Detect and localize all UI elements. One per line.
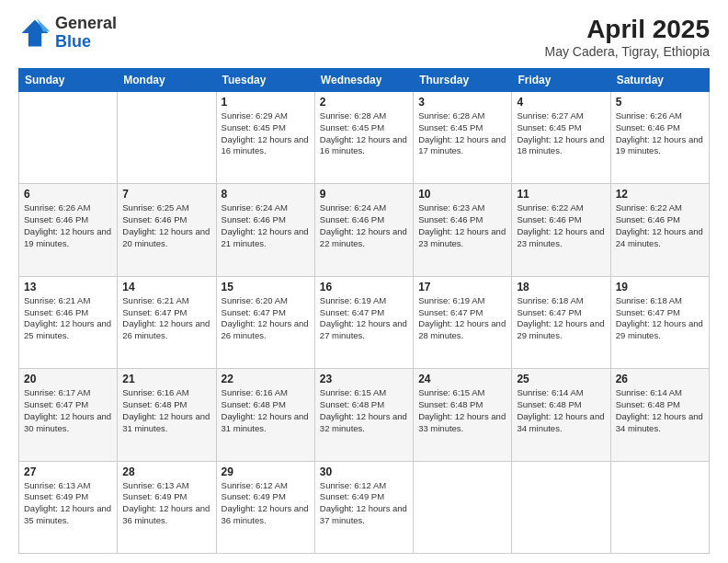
day-info: Sunrise: 6:18 AM Sunset: 6:47 PM Dayligh… <box>616 295 704 342</box>
calendar-cell: 9Sunrise: 6:24 AM Sunset: 6:46 PM Daylig… <box>314 184 413 276</box>
calendar-cell: 14Sunrise: 6:21 AM Sunset: 6:47 PM Dayli… <box>118 276 216 368</box>
logo-icon <box>18 17 51 50</box>
calendar-week-row: 13Sunrise: 6:21 AM Sunset: 6:46 PM Dayli… <box>19 276 710 368</box>
calendar-cell: 21Sunrise: 6:16 AM Sunset: 6:48 PM Dayli… <box>118 369 216 461</box>
day-info: Sunrise: 6:17 AM Sunset: 6:47 PM Dayligh… <box>24 387 112 434</box>
calendar-cell: 16Sunrise: 6:19 AM Sunset: 6:47 PM Dayli… <box>314 276 413 368</box>
calendar-cell: 25Sunrise: 6:14 AM Sunset: 6:48 PM Dayli… <box>512 369 610 461</box>
day-info: Sunrise: 6:19 AM Sunset: 6:47 PM Dayligh… <box>418 295 506 342</box>
calendar-cell: 24Sunrise: 6:15 AM Sunset: 6:48 PM Dayli… <box>414 369 512 461</box>
day-info: Sunrise: 6:12 AM Sunset: 6:49 PM Dayligh… <box>320 480 408 527</box>
header: General Blue April 2025 May Cadera, Tigr… <box>18 15 710 59</box>
calendar-cell: 29Sunrise: 6:12 AM Sunset: 6:49 PM Dayli… <box>216 461 314 553</box>
day-info: Sunrise: 6:13 AM Sunset: 6:49 PM Dayligh… <box>24 480 112 527</box>
col-friday: Friday <box>512 69 610 92</box>
day-info: Sunrise: 6:16 AM Sunset: 6:48 PM Dayligh… <box>222 387 310 434</box>
day-info: Sunrise: 6:23 AM Sunset: 6:46 PM Dayligh… <box>418 202 506 249</box>
day-number: 29 <box>222 465 310 478</box>
day-number: 4 <box>517 96 605 109</box>
col-thursday: Thursday <box>414 69 512 92</box>
day-number: 1 <box>222 96 310 109</box>
calendar-cell: 17Sunrise: 6:19 AM Sunset: 6:47 PM Dayli… <box>414 276 512 368</box>
day-info: Sunrise: 6:18 AM Sunset: 6:47 PM Dayligh… <box>517 295 605 342</box>
day-number: 9 <box>320 188 408 201</box>
calendar-cell: 20Sunrise: 6:17 AM Sunset: 6:47 PM Dayli… <box>19 369 118 461</box>
day-number: 18 <box>517 281 605 293</box>
day-info: Sunrise: 6:20 AM Sunset: 6:47 PM Dayligh… <box>222 295 310 342</box>
day-info: Sunrise: 6:28 AM Sunset: 6:45 PM Dayligh… <box>418 110 506 157</box>
day-info: Sunrise: 6:14 AM Sunset: 6:48 PM Dayligh… <box>616 387 704 434</box>
day-info: Sunrise: 6:21 AM Sunset: 6:46 PM Dayligh… <box>24 295 112 342</box>
day-number: 2 <box>320 96 408 109</box>
calendar-week-row: 27Sunrise: 6:13 AM Sunset: 6:49 PM Dayli… <box>19 461 710 553</box>
title-block: April 2025 May Cadera, Tigray, Ethiopia <box>545 15 711 59</box>
svg-marker-0 <box>22 19 49 46</box>
day-number: 30 <box>320 465 408 478</box>
day-number: 24 <box>418 373 506 385</box>
day-info: Sunrise: 6:24 AM Sunset: 6:46 PM Dayligh… <box>320 202 408 249</box>
calendar-cell <box>512 461 610 553</box>
day-number: 16 <box>320 281 408 293</box>
day-info: Sunrise: 6:21 AM Sunset: 6:47 PM Dayligh… <box>122 295 210 342</box>
calendar-cell <box>610 461 709 553</box>
day-number: 28 <box>122 465 210 478</box>
day-number: 19 <box>616 281 704 293</box>
col-sunday: Sunday <box>19 69 118 92</box>
col-wednesday: Wednesday <box>314 69 413 92</box>
day-number: 10 <box>418 188 506 201</box>
day-number: 13 <box>24 281 112 293</box>
day-number: 12 <box>616 188 704 201</box>
day-number: 6 <box>24 188 112 201</box>
day-info: Sunrise: 6:22 AM Sunset: 6:46 PM Dayligh… <box>517 202 605 249</box>
day-info: Sunrise: 6:27 AM Sunset: 6:45 PM Dayligh… <box>517 110 605 157</box>
day-number: 14 <box>122 281 210 293</box>
page: General Blue April 2025 May Cadera, Tigr… <box>0 0 728 563</box>
calendar-cell: 13Sunrise: 6:21 AM Sunset: 6:46 PM Dayli… <box>19 276 118 368</box>
day-number: 3 <box>418 96 506 109</box>
calendar-cell: 22Sunrise: 6:16 AM Sunset: 6:48 PM Dayli… <box>216 369 314 461</box>
calendar-week-row: 1Sunrise: 6:29 AM Sunset: 6:45 PM Daylig… <box>19 92 710 184</box>
calendar-cell: 23Sunrise: 6:15 AM Sunset: 6:48 PM Dayli… <box>314 369 413 461</box>
logo-blue: Blue <box>55 33 117 52</box>
calendar-week-row: 6Sunrise: 6:26 AM Sunset: 6:46 PM Daylig… <box>19 184 710 276</box>
calendar-cell <box>118 92 216 184</box>
day-info: Sunrise: 6:19 AM Sunset: 6:47 PM Dayligh… <box>320 295 408 342</box>
calendar-cell: 15Sunrise: 6:20 AM Sunset: 6:47 PM Dayli… <box>216 276 314 368</box>
calendar-table: Sunday Monday Tuesday Wednesday Thursday… <box>18 68 710 554</box>
day-info: Sunrise: 6:26 AM Sunset: 6:46 PM Dayligh… <box>24 202 112 249</box>
day-info: Sunrise: 6:15 AM Sunset: 6:48 PM Dayligh… <box>320 387 408 434</box>
calendar-cell: 12Sunrise: 6:22 AM Sunset: 6:46 PM Dayli… <box>610 184 709 276</box>
day-info: Sunrise: 6:26 AM Sunset: 6:46 PM Dayligh… <box>616 110 704 157</box>
day-info: Sunrise: 6:15 AM Sunset: 6:48 PM Dayligh… <box>418 387 506 434</box>
day-number: 5 <box>616 96 704 109</box>
calendar-cell: 2Sunrise: 6:28 AM Sunset: 6:45 PM Daylig… <box>314 92 413 184</box>
calendar-week-row: 20Sunrise: 6:17 AM Sunset: 6:47 PM Dayli… <box>19 369 710 461</box>
day-number: 27 <box>24 465 112 478</box>
day-info: Sunrise: 6:24 AM Sunset: 6:46 PM Dayligh… <box>222 202 310 249</box>
calendar-cell: 26Sunrise: 6:14 AM Sunset: 6:48 PM Dayli… <box>610 369 709 461</box>
day-info: Sunrise: 6:28 AM Sunset: 6:45 PM Dayligh… <box>320 110 408 157</box>
day-number: 15 <box>222 281 310 293</box>
calendar-cell: 8Sunrise: 6:24 AM Sunset: 6:46 PM Daylig… <box>216 184 314 276</box>
logo-general: General <box>55 15 117 33</box>
day-number: 20 <box>24 373 112 385</box>
calendar-cell <box>19 92 118 184</box>
calendar-cell: 28Sunrise: 6:13 AM Sunset: 6:49 PM Dayli… <box>118 461 216 553</box>
calendar-cell: 7Sunrise: 6:25 AM Sunset: 6:46 PM Daylig… <box>118 184 216 276</box>
calendar-cell: 30Sunrise: 6:12 AM Sunset: 6:49 PM Dayli… <box>314 461 413 553</box>
logo: General Blue <box>18 15 117 52</box>
calendar-body: 1Sunrise: 6:29 AM Sunset: 6:45 PM Daylig… <box>19 92 710 554</box>
day-info: Sunrise: 6:29 AM Sunset: 6:45 PM Dayligh… <box>222 110 310 157</box>
day-number: 11 <box>517 188 605 201</box>
calendar-cell: 5Sunrise: 6:26 AM Sunset: 6:46 PM Daylig… <box>610 92 709 184</box>
day-info: Sunrise: 6:14 AM Sunset: 6:48 PM Dayligh… <box>517 387 605 434</box>
day-number: 22 <box>222 373 310 385</box>
calendar-cell: 3Sunrise: 6:28 AM Sunset: 6:45 PM Daylig… <box>414 92 512 184</box>
day-info: Sunrise: 6:12 AM Sunset: 6:49 PM Dayligh… <box>222 480 310 527</box>
calendar-subtitle: May Cadera, Tigray, Ethiopia <box>545 44 711 59</box>
logo-text: General Blue <box>55 15 117 52</box>
col-saturday: Saturday <box>610 69 709 92</box>
calendar-cell: 6Sunrise: 6:26 AM Sunset: 6:46 PM Daylig… <box>19 184 118 276</box>
calendar-title: April 2025 <box>545 15 711 44</box>
day-number: 23 <box>320 373 408 385</box>
